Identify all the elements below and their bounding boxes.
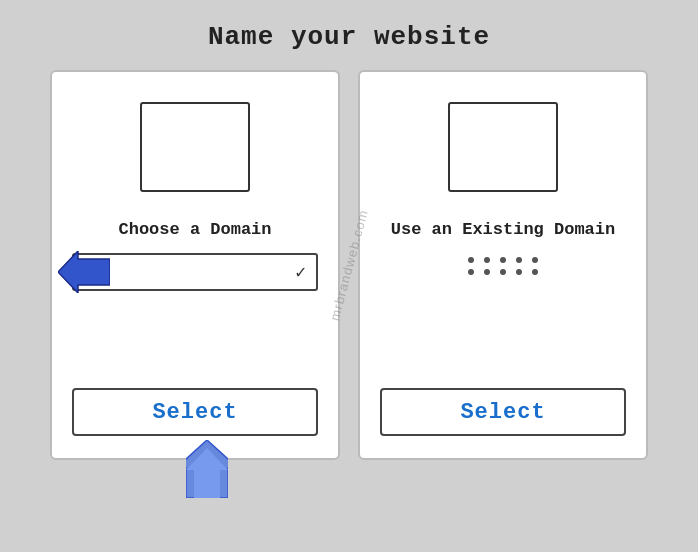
- dot: [500, 257, 506, 263]
- dot: [484, 269, 490, 275]
- right-select-button[interactable]: Select: [380, 388, 626, 436]
- svg-marker-1: [186, 440, 228, 498]
- dot: [532, 269, 538, 275]
- domain-dropdown[interactable]: ✓: [72, 253, 318, 291]
- dropdown-container: ✓: [72, 253, 318, 291]
- dot: [468, 257, 474, 263]
- right-card-content: Use an Existing Domain S: [380, 220, 626, 436]
- dots-row-1: [468, 257, 538, 263]
- dot: [468, 269, 474, 275]
- left-card-content: Choose a Domain ✓ Select: [72, 220, 318, 436]
- select-button-container: Select: [72, 388, 318, 436]
- dot: [484, 257, 490, 263]
- dot: [516, 257, 522, 263]
- svg-marker-2: [186, 448, 228, 498]
- dot: [532, 257, 538, 263]
- dot: [500, 269, 506, 275]
- dots-row-2: [468, 269, 538, 275]
- dots-area: [380, 257, 626, 275]
- right-card-label: Use an Existing Domain: [391, 220, 615, 239]
- right-card-image: [448, 102, 558, 192]
- page-title: Name your website: [208, 22, 490, 52]
- dot: [516, 269, 522, 275]
- right-card: Use an Existing Domain S: [358, 70, 648, 460]
- dropdown-checkmark: ✓: [295, 261, 306, 283]
- cards-row: mrbrandweb.com Choose a Domain ✓ Select: [0, 70, 698, 460]
- left-card-label: Choose a Domain: [118, 220, 271, 239]
- left-card: Choose a Domain ✓ Select: [50, 70, 340, 460]
- arrow-up-icon: [186, 440, 228, 498]
- left-select-button[interactable]: Select: [72, 388, 318, 436]
- left-card-image: [140, 102, 250, 192]
